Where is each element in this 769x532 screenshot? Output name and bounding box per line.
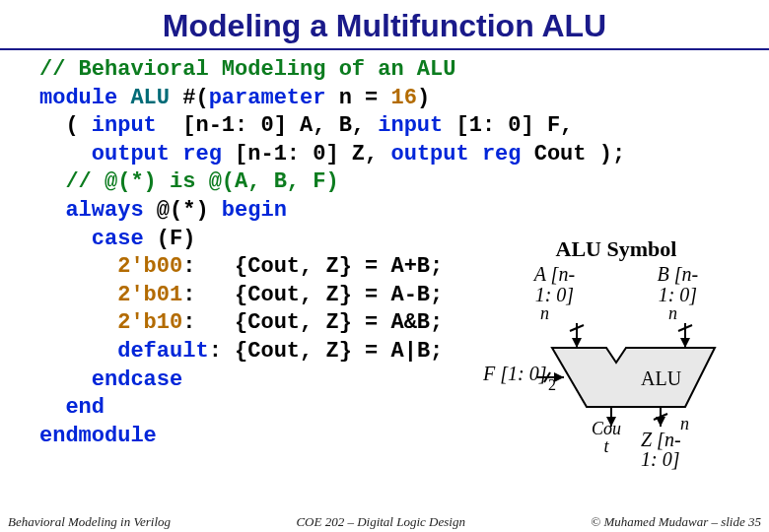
label-z: Z [n- 1: 0] xyxy=(641,430,681,469)
label-n-right: n xyxy=(668,303,677,324)
slide: Modeling a Multifunction ALU // Behavior… xyxy=(0,0,769,532)
kw-case: case xyxy=(92,227,144,251)
label-alu: ALU xyxy=(641,367,681,390)
label-cout: Cou t xyxy=(592,420,621,455)
footer-right: © Muhamed Mudawar – slide 35 xyxy=(591,514,761,530)
label-a: A [n- 1: 0] xyxy=(534,264,575,305)
footer-left: Behavioral Modeling in Verilog xyxy=(8,514,171,530)
kw-endmodule: endmodule xyxy=(39,424,157,448)
kw-begin: begin xyxy=(222,198,287,223)
kw-always: always xyxy=(65,198,143,223)
label-n-left: n xyxy=(540,303,549,324)
label-two: 2 xyxy=(548,376,556,394)
slide-footer: Behavioral Modeling in Verilog COE 202 –… xyxy=(0,514,769,530)
diagram-top-labels: A [n- 1: 0] B [n- 1: 0] xyxy=(493,264,739,305)
kw-end: end xyxy=(65,395,105,420)
kw-default: default xyxy=(117,339,208,364)
id-alu: ALU xyxy=(130,86,170,110)
code-comment2: // @(*) is @(A, B, F) xyxy=(39,169,339,194)
svg-marker-4 xyxy=(680,338,690,348)
alu-symbol-diagram: ALU Symbol A [n- 1: 0] B [n- 1: 0] n n xyxy=(483,236,749,451)
label-n-out: n xyxy=(680,414,689,434)
kw-input: input xyxy=(92,113,157,138)
kw-output: output reg xyxy=(92,142,222,166)
kw-endcase: endcase xyxy=(92,367,182,392)
code-comment: // Behavioral Modeling of an ALU xyxy=(39,57,455,82)
footer-center: COE 202 – Digital Logic Design xyxy=(296,514,465,530)
diagram-title: ALU Symbol xyxy=(483,236,749,262)
svg-marker-1 xyxy=(572,338,582,348)
kw-parameter: parameter xyxy=(209,86,326,110)
alu-shape-wrap: F [1: 0] 2 ALU Cou t n Z [n- 1: 0] xyxy=(493,323,739,451)
label-f: F [1: 0] xyxy=(483,363,546,385)
kw-module: module xyxy=(39,86,117,110)
slide-title: Modeling a Multifunction ALU xyxy=(0,0,769,50)
label-b: B [n- 1: 0] xyxy=(658,264,699,305)
